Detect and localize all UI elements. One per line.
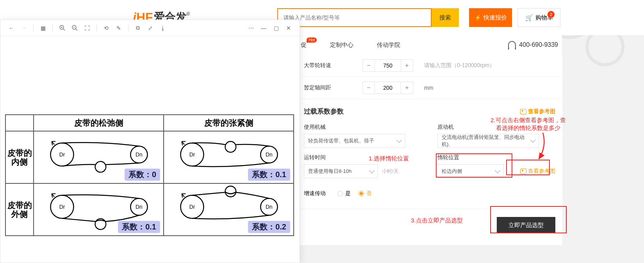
col-header-slack: 皮带的松弛侧 [34, 115, 164, 131]
radio-no[interactable]: 否 [359, 190, 372, 197]
svg-text:Dr: Dr [59, 204, 65, 210]
label-shaft-distance: 暂定轴间距 [304, 84, 362, 91]
zoom-in-icon[interactable] [57, 23, 68, 34]
field-idler-position: 惰轮位置 松边内侧 查看参考图 [437, 154, 555, 178]
cart-icon: 🛒 [525, 14, 533, 21]
chevron-down-icon [369, 168, 375, 173]
maximize-icon[interactable]: ▢ [271, 23, 282, 34]
svg-point-16 [225, 142, 236, 153]
back-icon[interactable]: ← [6, 23, 17, 34]
radio-yes[interactable]: 是 [337, 190, 351, 197]
chevron-down-icon [396, 137, 402, 143]
svg-text:Dn: Dn [266, 152, 273, 158]
section-overload-params: 过载系数参数 查看参考图 [297, 99, 562, 121]
label-idler: 惰轮位置 [437, 154, 555, 161]
view-reference-link-idler[interactable]: 查看参考图 [520, 168, 555, 175]
headset-icon [508, 41, 516, 49]
nav-academy[interactable]: 传动学院 [377, 41, 400, 49]
phone-number: 400-690-9339 [508, 41, 558, 49]
viewer-toolbar: ← → ▦ ⛶ ⟲ ✎ ⧉ ⤢ ⭳ ⋯ — ▢ ✕ [0, 20, 300, 36]
hint-speed-range: 请输入范围（0-120000rpm） [424, 62, 495, 69]
bolt-icon: ⚡ [475, 14, 481, 21]
label-machine: 使用机械 [304, 124, 422, 131]
param-grid: 使用机械 轻负荷传送带、包装机、筛子 原动机 交流电动机(普通转矩鼠笼、同步电动… [297, 121, 562, 186]
svg-text:Dr: Dr [189, 152, 195, 158]
view-reference-link-top[interactable]: 查看参考图 [520, 108, 555, 115]
label-runtime: 运转时间 [304, 154, 422, 161]
fit-icon[interactable]: ⛶ [82, 23, 93, 34]
search-button[interactable]: 搜索 [432, 8, 459, 27]
search-input[interactable] [277, 8, 432, 27]
radio-circle-icon [359, 191, 364, 196]
nav-promo[interactable]: 促 Hot [301, 41, 307, 49]
download-icon[interactable]: ⭳ [157, 23, 168, 34]
stepper-large-pulley-speed: − + [362, 59, 413, 72]
more-icon[interactable]: ⋯ [246, 23, 257, 34]
form-footer: 立即产品选型 [297, 209, 562, 245]
hot-badge: Hot [307, 37, 317, 43]
svg-text:Dr: Dr [59, 152, 65, 158]
label-motor: 原动机 [437, 124, 555, 131]
svg-point-11 [95, 162, 106, 172]
image-viewer-window: ← → ▦ ⛶ ⟲ ✎ ⧉ ⤢ ⭳ ⋯ — ▢ ✕ 皮带的松弛侧 皮带的张紧侧 … [0, 20, 300, 263]
select-idler[interactable]: 松边内侧 [437, 164, 504, 178]
select-runtime[interactable]: 普通使用每日8-10h [304, 164, 378, 178]
search-box: 搜索 [277, 8, 459, 27]
zoom-out-icon[interactable] [69, 23, 80, 34]
coeff-badge: 系数：0.2 [248, 221, 290, 233]
svg-text:Dn: Dn [136, 204, 143, 210]
copy-icon[interactable]: ⧉ [132, 23, 143, 34]
stepper-plus[interactable]: + [401, 82, 413, 94]
stepper-input[interactable] [375, 59, 401, 72]
label-speedup: 增速传动 [304, 190, 326, 197]
main-nav: 促 Hot 定制中心 传动学院 400-690-9339 [297, 35, 562, 55]
close-icon[interactable]: ✕ [283, 23, 294, 34]
stepper-plus[interactable]: + [401, 59, 413, 72]
svg-text:Dn: Dn [136, 152, 143, 158]
chevron-down-icon [495, 168, 500, 173]
svg-line-5 [76, 29, 77, 30]
cell-tight-outside: Dr Dn 系数：0.2 [164, 183, 294, 236]
svg-line-1 [63, 29, 65, 30]
field-runtime: 运转时间 普通使用每日8-10h 小时/天 [304, 154, 422, 178]
select-machine[interactable]: 轻负荷传送带、包装机、筛子 [304, 134, 405, 148]
stepper-minus[interactable]: − [362, 59, 375, 72]
quick-quote-button[interactable]: ⚡ 快速报价 [469, 8, 512, 27]
col-header-tight: 皮带的张紧侧 [164, 115, 294, 131]
coeff-badge: 系数：0 [125, 169, 160, 181]
stepper-shaft-distance: − + [362, 82, 413, 94]
unit-mm: mm [424, 85, 433, 91]
grid-icon[interactable]: ▦ [37, 23, 48, 34]
cell-tight-inside: Dr Dn 系数：0.1 [164, 131, 294, 183]
nav-custom[interactable]: 定制中心 [330, 41, 353, 49]
field-machine: 使用机械 轻负荷传送带、包装机、筛子 [304, 124, 422, 148]
radio-circle-icon [337, 191, 343, 196]
fullscreen-icon[interactable]: ⤢ [145, 23, 156, 34]
form-panel: 大带轮转速 − + 请输入范围（0-120000rpm） 暂定轴间距 − + m… [297, 55, 562, 245]
edit-icon[interactable]: ✎ [113, 23, 124, 34]
logo-registered: ® [187, 11, 190, 17]
select-motor[interactable]: 交流电动机(普通转矩鼠笼、同步电动机)、 [437, 134, 539, 148]
row-speedup: 增速传动 是 否 [297, 186, 562, 205]
quote-label: 快速报价 [483, 14, 507, 21]
coeff-badge: 系数：0.1 [248, 169, 290, 181]
coefficient-diagram-table: 皮带的松弛侧 皮带的张紧侧 皮带的内侧 Dr Dn 系数：0 [5, 114, 294, 236]
cell-slack-inside: Dr Dn 系数：0 [34, 131, 164, 183]
row-header-inside: 皮带的内侧 [5, 131, 34, 183]
stepper-input[interactable] [375, 82, 401, 94]
image-icon [520, 169, 526, 174]
svg-text:Dn: Dn [266, 204, 273, 210]
minimize-icon[interactable]: — [258, 23, 269, 34]
coeff-badge: 系数：0.1 [118, 221, 160, 233]
forward-icon[interactable]: → [18, 23, 29, 34]
svg-text:Dr: Dr [189, 204, 195, 210]
row-shaft-distance: 暂定轴间距 − + mm [297, 77, 562, 99]
stepper-minus[interactable]: − [362, 82, 375, 94]
runtime-hint: 小时/天 [382, 168, 399, 175]
cell-slack-outside: Dr Dn 系数：0.1 [34, 183, 164, 236]
submit-selection-button[interactable]: 立即产品选型 [497, 217, 555, 233]
rotate-icon[interactable]: ⟲ [101, 23, 112, 34]
label-large-pulley-speed: 大带轮转速 [304, 62, 362, 69]
cart-button[interactable]: 🛒 购物车 2 [517, 8, 560, 27]
cart-badge: 2 [548, 11, 555, 18]
